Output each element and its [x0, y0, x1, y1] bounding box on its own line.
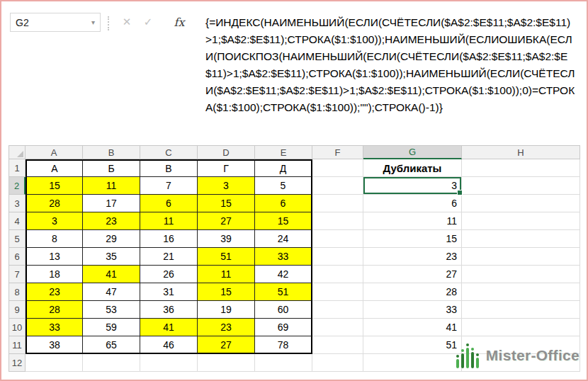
cell-F8[interactable] — [312, 283, 363, 301]
cell-H3[interactable] — [462, 195, 580, 212]
cell-C9[interactable]: 36 — [140, 301, 198, 319]
cell-D2[interactable]: 3 — [198, 177, 255, 195]
cell-B3[interactable]: 17 — [83, 195, 140, 212]
enter-icon[interactable]: ✓ — [137, 16, 159, 28]
cell-C4[interactable]: 11 — [140, 212, 198, 230]
cell-H6[interactable] — [462, 248, 580, 266]
cell-A3[interactable]: 28 — [26, 195, 83, 212]
cell-G11[interactable]: 51 — [363, 336, 462, 354]
cell-C7[interactable]: 26 — [140, 266, 198, 283]
cell-B8[interactable]: 47 — [83, 283, 140, 301]
column-header-c[interactable]: C — [140, 145, 198, 159]
formula-bar-grip-icon[interactable] — [108, 16, 111, 30]
row-header-4[interactable]: 4 — [9, 212, 26, 230]
cell-G5[interactable]: 15 — [363, 230, 462, 248]
cell-D8[interactable]: 15 — [198, 283, 255, 301]
cell-D3[interactable]: 15 — [198, 195, 255, 212]
cell-A7[interactable]: 18 — [26, 266, 83, 283]
cell-H1[interactable] — [462, 159, 580, 177]
cell-C6[interactable]: 21 — [140, 248, 198, 266]
cell-A2[interactable]: 15 — [26, 177, 83, 195]
column-header-h[interactable]: H — [462, 145, 580, 159]
cell-F1[interactable] — [312, 159, 363, 177]
name-box-dropdown-icon[interactable]: ▾ — [91, 18, 95, 26]
column-header-b[interactable]: B — [83, 145, 140, 159]
cell-C11[interactable]: 46 — [140, 336, 198, 354]
cell-G7[interactable]: 27 — [363, 266, 462, 283]
cell-A4[interactable]: 3 — [26, 212, 83, 230]
cell-F12[interactable] — [312, 354, 363, 372]
cancel-icon[interactable]: ✕ — [116, 16, 137, 28]
cell-E8[interactable]: 51 — [255, 283, 312, 301]
row-header-7[interactable]: 7 — [9, 266, 26, 283]
cell-D5[interactable]: 39 — [198, 230, 255, 248]
cell-B12[interactable] — [83, 354, 140, 372]
cell-F10[interactable] — [312, 319, 363, 336]
name-box[interactable]: G2 ▾ — [10, 13, 101, 32]
cell-G6[interactable]: 23 — [363, 248, 462, 266]
cell-G9[interactable]: 33 — [363, 301, 462, 319]
column-header-e[interactable]: E — [255, 145, 312, 159]
column-header-g[interactable]: G — [363, 145, 462, 159]
column-header-d[interactable]: D — [198, 145, 255, 159]
cell-E1[interactable]: Д — [255, 159, 312, 177]
row-header-9[interactable]: 9 — [9, 301, 26, 319]
cell-C10[interactable]: 41 — [140, 319, 198, 336]
cell-B5[interactable]: 29 — [83, 230, 140, 248]
cell-A1[interactable]: А — [26, 159, 83, 177]
cell-B9[interactable]: 53 — [83, 301, 140, 319]
insert-function-icon[interactable]: fx — [169, 16, 190, 29]
cell-C12[interactable] — [140, 354, 198, 372]
cell-E11[interactable]: 78 — [255, 336, 312, 354]
cell-C1[interactable]: В — [140, 159, 198, 177]
cell-F3[interactable] — [312, 195, 363, 212]
cell-E6[interactable]: 33 — [255, 248, 312, 266]
cell-D10[interactable]: 23 — [198, 319, 255, 336]
cell-E5[interactable]: 24 — [255, 230, 312, 248]
row-header-11[interactable]: 11 — [9, 336, 26, 354]
cell-E3[interactable]: 6 — [255, 195, 312, 212]
cell-A11[interactable]: 38 — [26, 336, 83, 354]
cell-C2[interactable]: 7 — [140, 177, 198, 195]
row-header-2[interactable]: 2 — [9, 177, 26, 195]
cell-E10[interactable]: 69 — [255, 319, 312, 336]
cell-A9[interactable]: 28 — [26, 301, 83, 319]
cell-B11[interactable]: 65 — [83, 336, 140, 354]
cell-B1[interactable]: Б — [83, 159, 140, 177]
select-all-button[interactable] — [9, 145, 26, 159]
cell-G8[interactable]: 28 — [363, 283, 462, 301]
cell-G1[interactable]: Дубликаты — [363, 159, 462, 177]
cell-F11[interactable] — [312, 336, 363, 354]
cell-A10[interactable]: 33 — [26, 319, 83, 336]
cell-H9[interactable] — [462, 301, 580, 319]
cell-E9[interactable]: 60 — [255, 301, 312, 319]
cell-G12[interactable] — [363, 354, 462, 372]
cell-H5[interactable] — [462, 230, 580, 248]
formula-bar-input[interactable]: {=ИНДЕКС(НАИМЕНЬШИЙ(ЕСЛИ(СЧЁТЕСЛИ($A$2:$… — [205, 14, 581, 116]
cell-H7[interactable] — [462, 266, 580, 283]
cell-E2[interactable]: 5 — [255, 177, 312, 195]
cell-F6[interactable] — [312, 248, 363, 266]
cell-D11[interactable]: 27 — [198, 336, 255, 354]
row-header-8[interactable]: 8 — [9, 283, 26, 301]
column-header-a[interactable]: A — [26, 145, 83, 159]
cell-H10[interactable] — [462, 319, 580, 336]
cell-F5[interactable] — [312, 230, 363, 248]
cell-D7[interactable]: 11 — [198, 266, 255, 283]
cell-D9[interactable]: 19 — [198, 301, 255, 319]
cell-H2[interactable] — [462, 177, 580, 195]
cell-B10[interactable]: 59 — [83, 319, 140, 336]
cell-F2[interactable] — [312, 177, 363, 195]
cell-D1[interactable]: Г — [198, 159, 255, 177]
cell-A12[interactable] — [26, 354, 83, 372]
cell-G2[interactable]: 3 — [363, 177, 462, 195]
cell-E4[interactable]: 15 — [255, 212, 312, 230]
cell-H8[interactable] — [462, 283, 580, 301]
cell-C3[interactable]: 6 — [140, 195, 198, 212]
cell-F9[interactable] — [312, 301, 363, 319]
cell-E7[interactable]: 42 — [255, 266, 312, 283]
cell-G4[interactable]: 11 — [363, 212, 462, 230]
cell-D6[interactable]: 51 — [198, 248, 255, 266]
cell-B4[interactable]: 23 — [83, 212, 140, 230]
cell-F4[interactable] — [312, 212, 363, 230]
